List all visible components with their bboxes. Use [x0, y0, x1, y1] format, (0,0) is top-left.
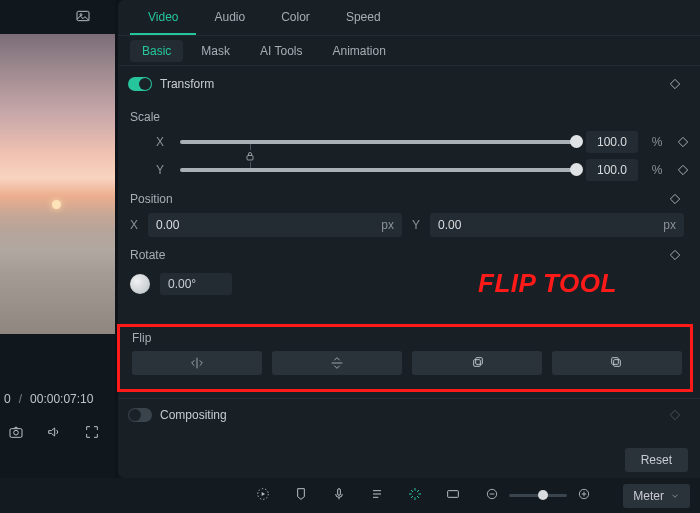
scale-y-axis-label: Y: [156, 163, 170, 177]
rotate-knob[interactable]: [130, 274, 150, 294]
meter-dropdown[interactable]: Meter: [623, 484, 690, 508]
fullscreen-icon[interactable]: [84, 424, 100, 443]
compositing-section: Compositing: [118, 398, 700, 430]
scale-x-row: X 100.0 %: [118, 128, 700, 156]
compositing-label: Compositing: [160, 408, 227, 422]
time-display: 0 / 00:00:07:10: [0, 382, 115, 416]
tab-audio[interactable]: Audio: [196, 0, 263, 35]
preview-controls: [0, 416, 115, 450]
reset-button[interactable]: Reset: [625, 448, 688, 472]
svg-rect-8: [612, 358, 619, 365]
snapshot-icon[interactable]: [8, 424, 24, 443]
main-tabs: Video Audio Color Speed: [118, 0, 700, 36]
scale-x-value[interactable]: 100.0: [586, 131, 638, 153]
rotate-cw-button[interactable]: [412, 351, 542, 375]
scale-y-row: Y 100.0 %: [118, 156, 700, 184]
svg-rect-11: [448, 491, 459, 498]
transform-label: Transform: [160, 77, 214, 91]
svg-rect-4: [247, 156, 253, 161]
zoom-out-icon[interactable]: [485, 487, 499, 504]
subtab-basic[interactable]: Basic: [130, 40, 183, 62]
reset-row: Reset: [625, 448, 688, 472]
scale-lock-icon[interactable]: [244, 142, 256, 170]
transform-section-header: Transform: [118, 66, 700, 102]
scale-x-keyframe-icon[interactable]: [676, 135, 690, 149]
scale-label-row: Scale: [118, 102, 700, 128]
scale-y-slider[interactable]: [180, 168, 576, 172]
subtab-animation[interactable]: Animation: [320, 40, 397, 62]
rotate-keyframe-icon[interactable]: [668, 248, 682, 262]
flip-vertical-button[interactable]: [272, 351, 402, 375]
position-x-unit: px: [381, 218, 394, 232]
rotate-label: Rotate: [130, 248, 165, 262]
rotate-value[interactable]: 0.00°: [160, 273, 232, 295]
flip-section: Flip: [117, 324, 693, 392]
position-keyframe-icon[interactable]: [668, 192, 682, 206]
position-x-input[interactable]: 0.00 px: [148, 213, 402, 237]
svg-rect-10: [338, 489, 341, 496]
position-y-axis-label: Y: [412, 218, 420, 232]
compositing-toggle[interactable]: [128, 408, 152, 422]
position-y-unit: px: [663, 218, 676, 232]
ai-icon[interactable]: [407, 486, 423, 505]
position-y-input[interactable]: 0.00 px: [430, 213, 684, 237]
position-label: Position: [130, 192, 173, 206]
marker-icon[interactable]: [293, 486, 309, 505]
time-separator: /: [19, 392, 22, 406]
transform-keyframe-icon[interactable]: [668, 77, 682, 91]
transform-toggle[interactable]: [128, 77, 152, 91]
rotate-label-row: Rotate: [118, 240, 700, 266]
chevron-down-icon: [670, 491, 680, 501]
scale-y-unit: %: [648, 163, 666, 177]
voiceover-icon[interactable]: [331, 486, 347, 505]
zoom-control: [485, 487, 591, 504]
render-icon[interactable]: [255, 486, 271, 505]
position-y-value: 0.00: [438, 218, 461, 232]
scale-x-unit: %: [648, 135, 666, 149]
position-x-axis-label: X: [130, 218, 138, 232]
flip-horizontal-button[interactable]: [132, 351, 262, 375]
rotate-ccw-button[interactable]: [552, 351, 682, 375]
scale-y-keyframe-icon[interactable]: [676, 163, 690, 177]
meter-label: Meter: [633, 489, 664, 503]
compositing-keyframe-icon[interactable]: [668, 408, 682, 422]
volume-icon[interactable]: [46, 424, 62, 443]
position-x-value: 0.00: [156, 218, 179, 232]
svg-point-3: [14, 430, 19, 435]
annotation-label: FLIP TOOL: [478, 268, 617, 299]
image-icon[interactable]: [75, 8, 91, 27]
aspect-icon[interactable]: [445, 486, 461, 505]
flip-button-row: [132, 351, 682, 375]
preview-header: [0, 0, 115, 34]
video-preview[interactable]: [0, 34, 115, 334]
scale-x-axis-label: X: [156, 135, 170, 149]
flip-label: Flip: [132, 331, 682, 351]
tab-speed[interactable]: Speed: [328, 0, 399, 35]
svg-rect-5: [474, 360, 481, 367]
preview-column: 0 / 00:00:07:10: [0, 0, 115, 513]
time-current: 0: [4, 392, 11, 406]
toolbar-icons: [255, 486, 461, 505]
bottom-toolbar: Meter: [0, 478, 700, 513]
tab-video[interactable]: Video: [130, 0, 196, 35]
sub-tabs: Basic Mask AI Tools Animation: [118, 36, 700, 66]
tab-color[interactable]: Color: [263, 0, 328, 35]
svg-rect-7: [614, 360, 621, 367]
inspector-panel: Video Audio Color Speed Basic Mask AI To…: [118, 0, 700, 478]
scale-y-value[interactable]: 100.0: [586, 159, 638, 181]
subtab-aitools[interactable]: AI Tools: [248, 40, 314, 62]
sunset-highlight: [52, 200, 61, 209]
position-inputs: X 0.00 px Y 0.00 px: [118, 210, 700, 240]
svg-rect-6: [476, 358, 483, 365]
zoom-slider[interactable]: [509, 494, 567, 497]
subtab-mask[interactable]: Mask: [189, 40, 242, 62]
position-label-row: Position: [118, 184, 700, 210]
list-icon[interactable]: [369, 486, 385, 505]
time-total: 00:00:07:10: [30, 392, 93, 406]
zoom-in-icon[interactable]: [577, 487, 591, 504]
scale-label: Scale: [130, 110, 160, 124]
scale-x-slider[interactable]: [180, 140, 576, 144]
